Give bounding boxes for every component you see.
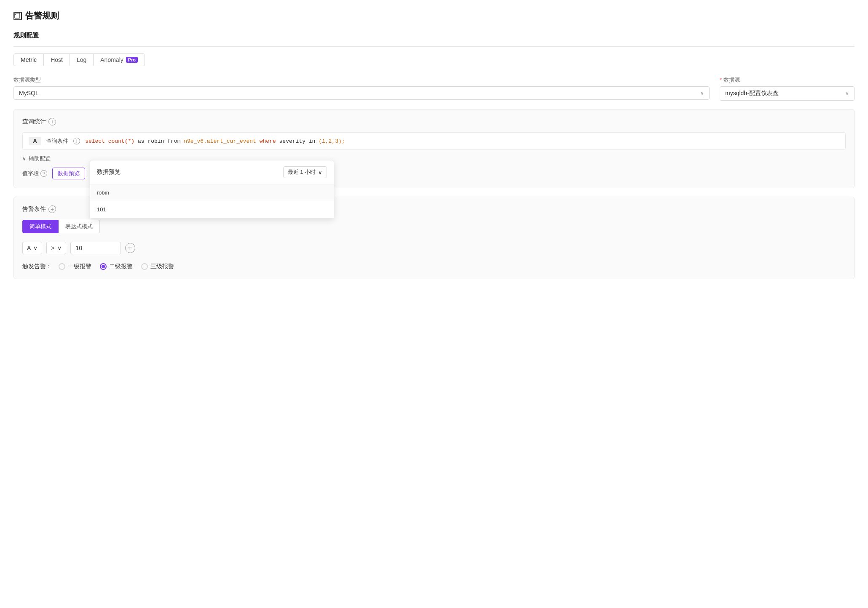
condition-operator-select[interactable]: > ∨ (46, 242, 66, 254)
preview-table: robin 101 (90, 184, 334, 218)
tab-log[interactable]: Log (70, 54, 94, 66)
add-condition-button[interactable]: + (48, 205, 56, 213)
sql-as-keyword: as (138, 138, 145, 144)
condition-row: A ∨ > ∨ + (22, 242, 846, 254)
page-title: 告警规则 (25, 10, 59, 21)
page-header: 告警规则 (13, 10, 855, 21)
chevron-down-icon: ∨ (700, 90, 704, 96)
datasource-row: 数据源类型 MySQL ∨ * 数据源 mysqldb-配置仪表盘 ∨ (13, 76, 855, 101)
radio-outer-3 (141, 263, 148, 270)
trigger-label: 触发告警： (22, 263, 52, 270)
radio-outer-1 (59, 263, 65, 270)
preview-table-row: 101 (90, 201, 334, 218)
popup-title: 数据预览 (97, 168, 121, 176)
datasource-type-select[interactable]: MySQL ∨ (13, 86, 710, 100)
svg-rect-0 (15, 13, 20, 18)
trigger-row: 触发告警： 一级报警 二级报警 三级报警 (22, 263, 846, 270)
sql-table: n9e_v6.alert_cur_event (184, 138, 256, 144)
page-icon (13, 12, 22, 20)
rule-config-title: 规则配置 (13, 32, 855, 40)
popup-header: 数据预览 最近 1 小时 ∨ (90, 160, 334, 184)
datasource-field: * 数据源 mysqldb-配置仪表盘 ∨ (720, 76, 855, 101)
radio-level2[interactable]: 二级报警 (100, 263, 133, 270)
sql-editor[interactable]: select count(*) as robin from n9e_v6.ale… (85, 138, 839, 144)
time-selector[interactable]: 最近 1 小时 ∨ (283, 166, 327, 178)
value-field-info-icon: ? (40, 170, 47, 177)
chevron-icon: ∨ (22, 156, 26, 162)
pro-badge: Pro (126, 57, 138, 63)
preview-table-header: robin (90, 184, 334, 201)
query-condition-label: 查询条件 (46, 137, 68, 145)
sql-alias: robin (147, 138, 164, 144)
chevron-down-icon-5: ∨ (57, 245, 62, 251)
radio-inner-2 (102, 265, 105, 268)
radio-group: 一级报警 二级报警 三级报警 (59, 263, 174, 270)
radio-level3[interactable]: 三级报警 (141, 263, 174, 270)
condition-var-select[interactable]: A ∨ (22, 242, 42, 254)
chevron-down-icon-2: ∨ (845, 91, 849, 96)
type-tabs: Metric Host Log Anomaly Pro (13, 53, 145, 66)
query-label-a: A (29, 137, 41, 145)
datasource-type-field: 数据源类型 MySQL ∨ (13, 76, 710, 100)
data-preview-button[interactable]: 数据预览 (52, 168, 85, 179)
sql-select-keyword: select (85, 138, 105, 144)
mode-tab-expression[interactable]: 表达式模式 (59, 220, 100, 233)
chevron-down-icon-4: ∨ (33, 245, 38, 251)
query-stats-section: 查询统计 + A 查询条件 i select count(*) as robin… (13, 109, 855, 188)
add-condition-row-button[interactable]: + (125, 243, 135, 253)
data-preview-popup: 数据预览 最近 1 小时 ∨ robin 101 (90, 160, 334, 219)
datasource-label: * 数据源 (720, 76, 855, 84)
sql-field: severity (279, 138, 305, 144)
radio-outer-2 (100, 263, 107, 270)
tab-host[interactable]: Host (44, 54, 70, 66)
query-row-a: A 查询条件 i select count(*) as robin from n… (22, 132, 846, 150)
sql-values: (1,2,3); (319, 138, 345, 144)
sql-count-function: count(*) (108, 138, 134, 144)
divider-1 (13, 46, 855, 47)
sql-where-keyword: where (260, 138, 276, 144)
datasource-type-label: 数据源类型 (13, 76, 710, 84)
tab-metric[interactable]: Metric (14, 54, 44, 66)
value-field-label: 值字段 ? (22, 170, 47, 177)
mode-tab-simple[interactable]: 简单模式 (22, 220, 59, 233)
radio-level1[interactable]: 一级报警 (59, 263, 91, 270)
sql-from-keyword: from (167, 138, 180, 144)
add-query-button[interactable]: + (48, 118, 56, 125)
chevron-down-icon-3: ∨ (318, 169, 322, 176)
query-stats-title: 查询统计 + (22, 118, 846, 125)
condition-threshold-input[interactable] (70, 242, 121, 254)
sql-in-keyword: in (309, 138, 316, 144)
tab-anomaly[interactable]: Anomaly Pro (94, 54, 145, 66)
datasource-select[interactable]: mysqldb-配置仪表盘 ∨ (720, 86, 855, 101)
info-icon: i (73, 138, 80, 144)
mode-tabs: 简单模式 表达式模式 (22, 220, 846, 233)
